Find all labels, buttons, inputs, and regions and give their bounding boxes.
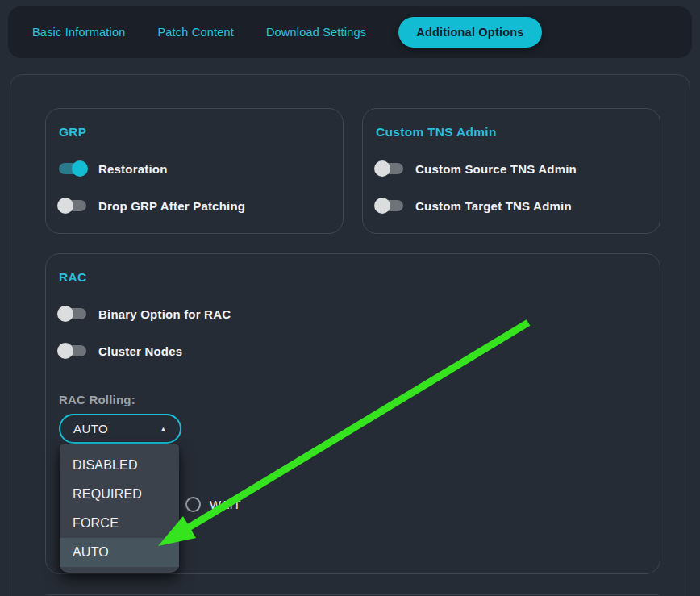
grp-card: GRP Restoration Drop GRP After Patching xyxy=(45,108,344,234)
restoration-label: Restoration xyxy=(98,162,168,176)
tab-bar: Basic Information Patch Content Download… xyxy=(8,6,692,58)
wait-radio-label: WAIT xyxy=(210,498,241,511)
wait-radio-row: WAIT xyxy=(185,497,241,512)
restoration-toggle[interactable] xyxy=(59,163,86,174)
wait-radio-button[interactable] xyxy=(185,497,201,512)
binary-option-for-rac-toggle[interactable] xyxy=(59,308,86,319)
tab-additional-options[interactable]: Additional Options xyxy=(398,17,541,48)
chevron-up-icon: ▲ xyxy=(160,425,167,433)
custom-source-tns-admin-label: Custom Source TNS Admin xyxy=(415,162,577,176)
rac-rolling-label: RAC Rolling: xyxy=(59,393,647,406)
binary-option-for-rac-label: Binary Option for RAC xyxy=(98,307,231,321)
custom-source-tns-admin-toggle[interactable] xyxy=(376,163,403,174)
cluster-nodes-label: Cluster Nodes xyxy=(98,344,182,358)
toggle-knob xyxy=(57,198,73,214)
custom-target-tns-toggle-row: Custom Target TNS Admin xyxy=(376,197,647,215)
additional-options-panel: GRP Restoration Drop GRP After Patching … xyxy=(10,74,690,596)
cluster-nodes-toggle[interactable] xyxy=(59,345,86,356)
tab-basic-information[interactable]: Basic Information xyxy=(32,26,125,39)
rac-rolling-select[interactable]: AUTO ▲ xyxy=(59,414,181,444)
rac-rolling-select-value: AUTO xyxy=(73,422,108,436)
custom-target-tns-admin-toggle[interactable] xyxy=(376,200,403,211)
menu-option-auto[interactable]: AUTO xyxy=(60,538,179,567)
rac-rolling-dropdown-menu: DISABLED REQUIRED FORCE AUTO xyxy=(60,444,179,573)
drop-grp-after-patching-label: Drop GRP After Patching xyxy=(98,199,245,213)
toggle-knob xyxy=(72,160,88,177)
custom-source-tns-toggle-row: Custom Source TNS Admin xyxy=(376,160,647,177)
restoration-toggle-row: Restoration xyxy=(59,160,330,177)
toggle-knob xyxy=(374,160,390,177)
menu-option-required[interactable]: REQUIRED xyxy=(60,480,179,509)
custom-target-tns-admin-label: Custom Target TNS Admin xyxy=(415,199,572,213)
custom-tns-admin-card-title: Custom TNS Admin xyxy=(376,125,647,140)
rac-card-title: RAC xyxy=(59,270,647,285)
cluster-nodes-toggle-row: Cluster Nodes xyxy=(59,342,647,360)
toggle-knob xyxy=(57,343,73,359)
drop-grp-after-patching-toggle[interactable] xyxy=(59,200,86,211)
grp-card-title: GRP xyxy=(59,125,330,140)
menu-option-disabled[interactable]: DISABLED xyxy=(60,451,179,480)
rac-card: RAC Binary Option for RAC Cluster Nodes … xyxy=(45,253,660,574)
tab-patch-content[interactable]: Patch Content xyxy=(157,26,234,39)
drop-grp-toggle-row: Drop GRP After Patching xyxy=(59,197,330,215)
custom-tns-admin-card: Custom TNS Admin Custom Source TNS Admin… xyxy=(362,108,660,234)
menu-option-force[interactable]: FORCE xyxy=(60,509,179,538)
toggle-knob xyxy=(57,306,73,322)
toggle-knob xyxy=(374,198,390,214)
binary-option-toggle-row: Binary Option for RAC xyxy=(59,305,647,323)
tab-download-settings[interactable]: Download Settings xyxy=(266,26,366,39)
